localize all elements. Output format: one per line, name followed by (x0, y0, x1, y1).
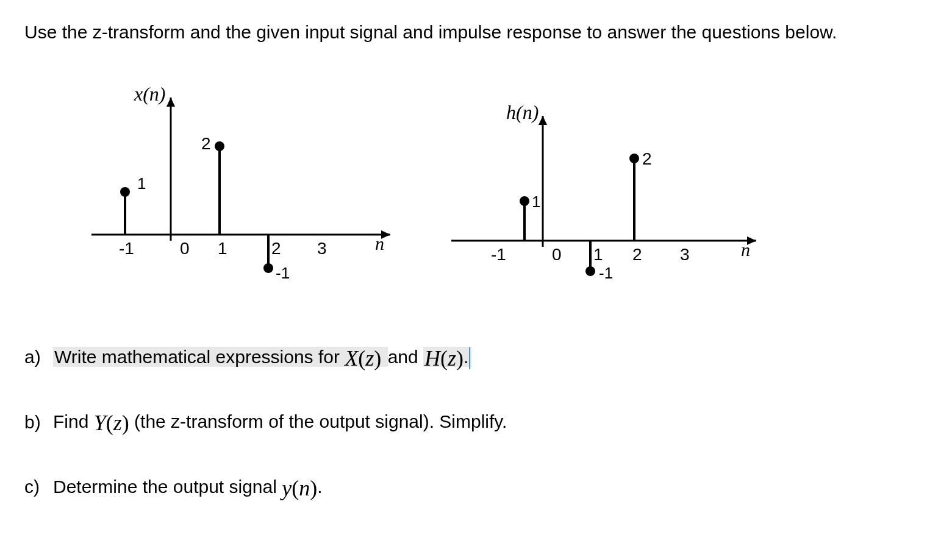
question-c-label: c) (24, 465, 46, 509)
question-c-text-after: . (317, 477, 322, 497)
tick-2: 2 (271, 239, 281, 258)
questions-list: a) Write mathematical expressions for X(… (24, 332, 903, 514)
question-c-text-before: Determine the output signal (53, 477, 282, 497)
tick-3: 3 (317, 239, 327, 258)
question-a-label: a) (24, 335, 46, 379)
math-yz: Y(z) (94, 411, 129, 435)
plot-xn: x(n) n -1 0 1 2 3 1 2 -1 (73, 82, 415, 289)
math-xz: X(z) (345, 346, 381, 370)
question-a-highlight-2: H(z). (423, 347, 471, 367)
tick-neg1: -1 (119, 239, 134, 258)
plot-hn-ylabel: h(n) (506, 101, 539, 123)
question-a: a) Write mathematical expressions for X(… (24, 332, 903, 385)
math-yn: y(n) (282, 476, 317, 500)
question-c: c) Determine the output signal y(n). (24, 462, 903, 514)
value-label: 1 (532, 193, 540, 211)
value-label: 2 (642, 149, 652, 168)
value-label: 2 (201, 134, 211, 153)
tick-1: 1 (218, 239, 227, 258)
svg-point-15 (520, 196, 529, 206)
svg-marker-3 (166, 97, 175, 107)
value-label: -1 (599, 264, 613, 282)
value-label: -1 (276, 264, 290, 282)
svg-point-19 (629, 154, 639, 163)
question-b-text-after: (the z-transform of the output signal). … (134, 412, 507, 432)
tick-2: 2 (632, 245, 642, 264)
tick-1: 1 (593, 245, 603, 264)
tick-0: 0 (180, 239, 190, 258)
plots-container: x(n) n -1 0 1 2 3 1 2 -1 (73, 82, 903, 289)
plot-xn-ylabel: x(n) (134, 83, 166, 105)
question-a-text-after: . (464, 347, 468, 367)
tick-3: 3 (680, 245, 690, 264)
question-a-text-middle: and (388, 347, 423, 367)
question-b-text-before: Find (53, 412, 94, 432)
value-label: 1 (137, 174, 146, 193)
svg-point-9 (263, 263, 273, 273)
question-b-label: b) (24, 400, 46, 444)
svg-point-5 (120, 187, 130, 197)
math-hz: H(z) (424, 346, 464, 370)
svg-point-17 (585, 266, 595, 276)
plot-xn-xlabel: n (375, 233, 384, 253)
tick-0: 0 (552, 245, 562, 264)
plot-hn: h(n) n -1 0 1 2 3 1 -1 2 (439, 82, 781, 289)
svg-point-7 (215, 141, 224, 151)
intro-text: Use the z-transform and the given input … (24, 18, 903, 46)
question-b: b) Find Y(z) (the z-transform of the out… (24, 397, 903, 449)
plot-hn-xlabel: n (741, 239, 750, 260)
text-cursor (469, 347, 470, 369)
tick-neg1: -1 (491, 245, 506, 264)
question-a-text-before: Write mathematical expressions for (54, 347, 345, 367)
svg-marker-13 (539, 116, 547, 125)
question-a-highlight: Write mathematical expressions for X(z) (53, 347, 388, 367)
